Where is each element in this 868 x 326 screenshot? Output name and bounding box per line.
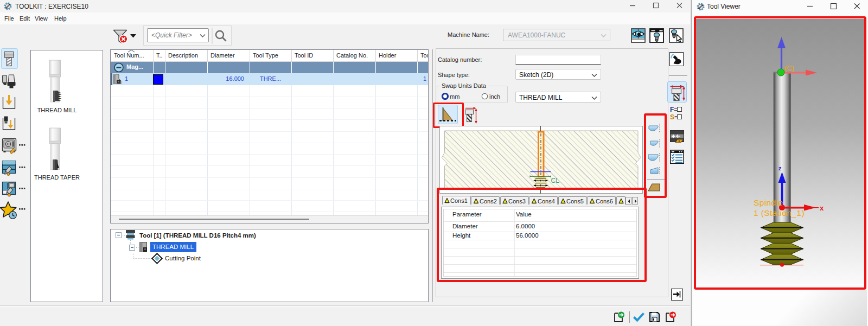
svg-text:1 (Station_1): 1 (Station_1): [754, 208, 805, 218]
svg-text:Spindle: Spindle: [754, 198, 783, 207]
svg-text:x: x: [820, 203, 824, 212]
svg-text:(C): (C): [784, 64, 794, 72]
svg-text:z: z: [778, 165, 782, 171]
svg-text:CL: CL: [551, 177, 560, 184]
